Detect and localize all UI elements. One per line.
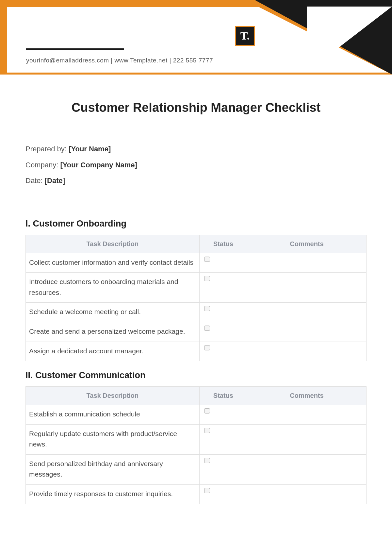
comments-cell[interactable] xyxy=(247,253,366,273)
task-cell: Regularly update customers with product/… xyxy=(26,424,200,454)
col-status: Status xyxy=(199,235,247,253)
comments-cell[interactable] xyxy=(247,322,366,342)
table-row: Establish a communication schedule xyxy=(26,405,367,425)
table-row: Introduce customers to onboarding materi… xyxy=(26,273,367,303)
task-cell: Provide timely responses to customer inq… xyxy=(26,484,200,504)
comments-cell[interactable] xyxy=(247,342,366,361)
status-cell xyxy=(199,342,247,361)
contact-line: yourinfo@emailaddress.com | www.Template… xyxy=(26,57,213,64)
col-comments: Comments xyxy=(247,387,366,405)
comments-cell[interactable] xyxy=(247,303,366,322)
meta-prepared-by-label: Prepared by: xyxy=(25,145,69,153)
col-comments: Comments xyxy=(247,235,366,253)
table-row: Provide timely responses to customer inq… xyxy=(26,484,367,504)
checklist-table: Task DescriptionStatusCommentsCollect cu… xyxy=(25,235,367,361)
meta-company: Company: [Your Company Name] xyxy=(25,160,367,170)
table-row: Collect customer information and verify … xyxy=(26,253,367,273)
meta-block: Prepared by: [Your Name] Company: [Your … xyxy=(25,144,367,186)
page-content: Customer Relationship Manager Checklist … xyxy=(0,75,392,504)
table-row: Assign a dedicated account manager. xyxy=(26,342,367,361)
checklist-table: Task DescriptionStatusCommentsEstablish … xyxy=(25,386,367,504)
meta-date-label: Date: xyxy=(25,177,45,185)
banner-white-triangle xyxy=(307,7,392,72)
meta-divider xyxy=(25,202,367,202)
col-task: Task Description xyxy=(26,235,200,253)
section-heading: II. Customer Communication xyxy=(25,370,367,380)
header-banner: yourinfo@emailaddress.com | www.Template… xyxy=(0,0,392,75)
status-cell xyxy=(199,273,247,303)
col-task: Task Description xyxy=(26,387,200,405)
checkbox-icon[interactable] xyxy=(204,458,210,463)
status-cell xyxy=(199,405,247,425)
comments-cell[interactable] xyxy=(247,484,366,504)
checkbox-icon[interactable] xyxy=(204,276,210,281)
task-cell: Collect customer information and verify … xyxy=(26,253,200,273)
header-rule xyxy=(26,48,124,50)
checkbox-icon[interactable] xyxy=(204,428,210,433)
comments-cell[interactable] xyxy=(247,454,366,484)
checkbox-icon[interactable] xyxy=(204,257,210,262)
status-cell xyxy=(199,322,247,342)
banner-left-stripe xyxy=(0,0,7,75)
checkbox-icon[interactable] xyxy=(204,408,210,413)
task-cell: Assign a dedicated account manager. xyxy=(26,342,200,361)
meta-company-value: [Your Company Name] xyxy=(60,161,137,169)
task-cell: Establish a communication schedule xyxy=(26,405,200,425)
table-row: Send personalized birthday and anniversa… xyxy=(26,454,367,484)
logo-text: T. xyxy=(240,30,250,42)
comments-cell[interactable] xyxy=(247,424,366,454)
meta-date: Date: [Date] xyxy=(25,176,367,186)
section-heading: I. Customer Onboarding xyxy=(25,219,367,229)
status-cell xyxy=(199,303,247,322)
meta-date-value: [Date] xyxy=(45,177,65,185)
task-cell: Schedule a welcome meeting or call. xyxy=(26,303,200,322)
task-cell: Create and send a personalized welcome p… xyxy=(26,322,200,342)
logo-icon: T. xyxy=(235,26,255,46)
comments-cell[interactable] xyxy=(247,405,366,425)
task-cell: Send personalized birthday and anniversa… xyxy=(26,454,200,484)
comments-cell[interactable] xyxy=(247,273,366,303)
table-row: Schedule a welcome meeting or call. xyxy=(26,303,367,322)
col-status: Status xyxy=(199,387,247,405)
checkbox-icon[interactable] xyxy=(204,488,210,493)
title-divider xyxy=(25,128,367,128)
meta-company-label: Company: xyxy=(25,161,60,169)
checkbox-icon[interactable] xyxy=(204,326,210,331)
checkbox-icon[interactable] xyxy=(204,345,210,350)
status-cell xyxy=(199,424,247,454)
status-cell xyxy=(199,253,247,273)
status-cell xyxy=(199,454,247,484)
meta-prepared-by: Prepared by: [Your Name] xyxy=(25,144,367,154)
checkbox-icon[interactable] xyxy=(204,306,210,311)
task-cell: Introduce customers to onboarding materi… xyxy=(26,273,200,303)
status-cell xyxy=(199,484,247,504)
meta-prepared-by-value: [Your Name] xyxy=(69,145,111,153)
page-title: Customer Relationship Manager Checklist xyxy=(25,101,367,115)
table-row: Regularly update customers with product/… xyxy=(26,424,367,454)
table-row: Create and send a personalized welcome p… xyxy=(26,322,367,342)
